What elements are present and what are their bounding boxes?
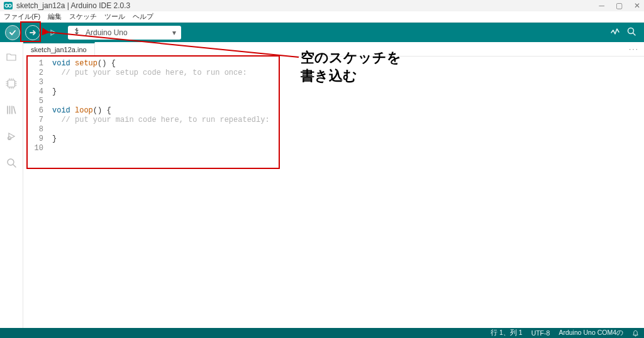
code-line[interactable]: } <box>52 134 641 144</box>
menu-sketch[interactable]: スケッチ <box>69 12 97 21</box>
notifications-icon[interactable] <box>632 330 639 337</box>
toolbar-right <box>610 26 639 38</box>
serial-plotter-icon[interactable] <box>610 26 620 38</box>
arduino-app-icon <box>4 2 13 9</box>
boards-manager-icon[interactable] <box>5 77 18 90</box>
svg-point-2 <box>76 28 77 30</box>
debug-button[interactable] <box>45 25 60 40</box>
close-button[interactable]: ✕ <box>634 1 640 10</box>
code-line[interactable]: // put your main code here, to run repea… <box>52 116 641 125</box>
board-selector[interactable]: Arduino Uno ▾ <box>68 26 181 40</box>
line-number: 7 <box>23 116 43 125</box>
chevron-down-icon: ▾ <box>172 28 176 37</box>
svg-point-6 <box>8 159 14 165</box>
status-board-port[interactable]: Arduino Uno COM4の <box>558 329 623 337</box>
debug-sidebar-icon[interactable] <box>5 130 18 143</box>
code-editor[interactable]: 12345678910 void setup() { // put your s… <box>23 57 644 328</box>
library-manager-icon[interactable] <box>5 104 18 116</box>
line-number: 2 <box>23 68 43 78</box>
line-number: 4 <box>23 87 43 97</box>
menu-tools[interactable]: ツール <box>104 12 125 21</box>
line-number: 6 <box>23 106 43 116</box>
menu-edit[interactable]: 編集 <box>48 12 62 21</box>
editor-area: sketch_jan12a.ino ··· 12345678910 void s… <box>23 42 644 328</box>
annotation-text: 空のスケッチを 書き込む <box>301 49 401 85</box>
code-line[interactable]: void loop() { <box>52 106 641 116</box>
window-title: sketch_jan12a | Arduino IDE 2.0.3 <box>16 1 130 10</box>
serial-monitor-icon[interactable] <box>626 26 636 38</box>
sketchbook-icon[interactable] <box>5 51 18 63</box>
line-number: 9 <box>23 134 43 144</box>
toolbar: Arduino Uno ▾ <box>0 23 644 42</box>
code-content[interactable]: void setup() { // put your setup code he… <box>48 57 644 328</box>
line-number: 5 <box>23 97 43 106</box>
tab-overflow-button[interactable]: ··· <box>629 45 639 53</box>
line-number: 3 <box>23 78 43 87</box>
status-cursor-position: 行 1、列 1 <box>491 329 523 337</box>
title-bar: sketch_jan12a | Arduino IDE 2.0.3 ─ ▢ ✕ <box>0 0 644 11</box>
annotation-text-line2: 書き込む <box>301 67 401 85</box>
board-selector-label: Arduino Uno <box>86 28 128 37</box>
menu-bar: ファイル(F) 編集 スケッチ ツール ヘルプ <box>0 11 644 23</box>
code-line[interactable] <box>52 144 641 153</box>
line-number-gutter: 12345678910 <box>23 57 48 328</box>
maximize-button[interactable]: ▢ <box>616 1 623 10</box>
editor-tab-label: sketch_jan12a.ino <box>31 46 87 53</box>
editor-tab-active[interactable]: sketch_jan12a.ino <box>23 42 95 57</box>
code-line[interactable] <box>52 97 641 106</box>
activity-sidebar <box>0 42 23 328</box>
minimize-button[interactable]: ─ <box>599 1 604 10</box>
line-number: 1 <box>23 59 43 68</box>
upload-button[interactable] <box>25 25 40 40</box>
line-number: 10 <box>23 144 43 153</box>
search-sidebar-icon[interactable] <box>5 156 18 169</box>
code-line[interactable]: } <box>52 87 641 97</box>
status-bar: 行 1、列 1 UTF-8 Arduino Uno COM4の <box>0 328 644 338</box>
line-number: 8 <box>23 125 43 134</box>
window-controls: ─ ▢ ✕ <box>599 1 640 10</box>
menu-file[interactable]: ファイル(F) <box>4 12 40 21</box>
code-line[interactable] <box>52 125 641 134</box>
verify-button[interactable] <box>5 25 20 40</box>
svg-rect-4 <box>8 80 15 87</box>
usb-icon <box>73 28 80 37</box>
svg-point-1 <box>8 4 11 8</box>
svg-point-0 <box>5 4 8 8</box>
status-encoding[interactable]: UTF-8 <box>531 329 550 337</box>
main-row: sketch_jan12a.ino ··· 12345678910 void s… <box>0 42 644 328</box>
annotation-text-line1: 空のスケッチを <box>301 49 401 67</box>
menu-help[interactable]: ヘルプ <box>133 12 153 21</box>
